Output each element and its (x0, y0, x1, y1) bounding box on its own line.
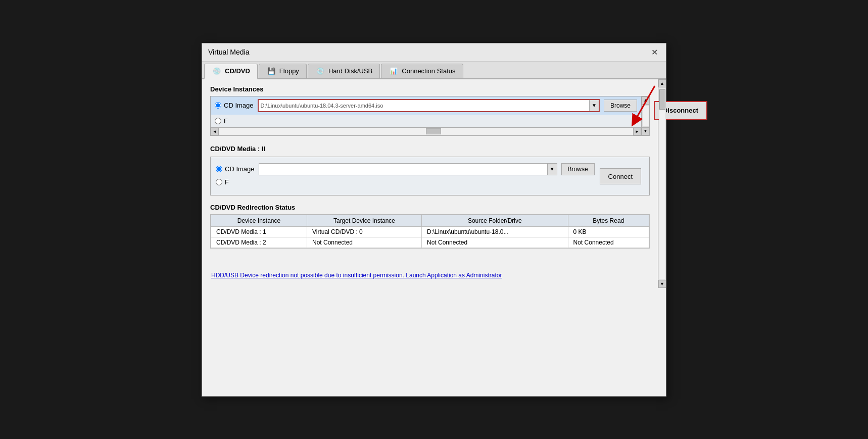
row1-device: CD/DVD Media : 1 (211, 226, 307, 237)
f-radio-label-1[interactable]: F (215, 117, 250, 125)
devices-scroll-down[interactable]: ▼ (642, 127, 650, 135)
cd-image-radio-2[interactable] (216, 166, 222, 172)
f-label-1: F (224, 117, 228, 125)
harddisk-icon: 💿 (315, 67, 325, 75)
col-bytes-read: Bytes Read (568, 215, 649, 226)
dialog-scrollbar: ▲ ▼ (658, 79, 666, 288)
browse-button-1[interactable]: Browse (604, 100, 637, 112)
browse-button-2[interactable]: Browse (561, 163, 595, 175)
connect-button[interactable]: Connect (600, 168, 641, 184)
tab-cddvd[interactable]: 💿 CD/DVD (204, 64, 258, 79)
col-target-device: Target Device Instance (307, 215, 421, 226)
media-row-1: CD Image ▼ Browse (216, 163, 595, 175)
dialog-title: Virtual Media (208, 48, 249, 56)
h-scroll-left-1[interactable]: ◄ (211, 127, 219, 135)
table-header-row: Device Instance Target Device Instance S… (211, 215, 649, 226)
path-input-container-1: ▼ (258, 99, 600, 112)
media-section-container: CD/DVD Media : II CD Image ▼ (210, 145, 650, 196)
tab-bar: 💿 CD/DVD 💾 Floppy 💿 Hard Disk/USB 📊 Conn… (202, 62, 666, 79)
table-row: CD/DVD Media : 2 Not Connected Not Conne… (211, 237, 649, 248)
tab-harddisk-label: Hard Disk/USB (328, 67, 372, 75)
tab-floppy[interactable]: 💾 Floppy (259, 64, 307, 78)
device-row-1: CD Image ▼ Browse (211, 96, 641, 115)
tab-harddisk[interactable]: 💿 Hard Disk/USB (308, 64, 380, 78)
row1-bytes: 0 KB (568, 226, 649, 237)
redirection-status-section: CD/DVD Redirection Status Device Instanc… (210, 204, 650, 269)
media-row-2: F (216, 178, 595, 186)
h-scroll-right-1[interactable]: ► (633, 127, 641, 135)
media-path-input-2[interactable] (259, 164, 547, 175)
table-row: CD/DVD Media : 1 Virtual CD/DVD : 0 D:\L… (211, 226, 649, 237)
row1-target: Virtual CD/DVD : 0 (307, 226, 421, 237)
empty-area (210, 254, 650, 269)
tab-floppy-label: Floppy (279, 67, 299, 75)
path-dropdown-arrow-1[interactable]: ▼ (589, 100, 599, 111)
devices-rows: CD Image ▼ Browse (211, 96, 641, 135)
dialog-scroll-up[interactable]: ▲ (658, 79, 666, 87)
h-scroll-track-1 (219, 128, 633, 135)
device-row-2: F (211, 115, 641, 127)
dialog-scroll-track (659, 88, 666, 279)
media-dropdown-arrow-2[interactable]: ▼ (547, 164, 557, 175)
devices-scrollbar: ▲ ▼ (641, 96, 649, 135)
row2-device: CD/DVD Media : 2 (211, 237, 307, 248)
tab-connstatus-label: Connection Status (402, 67, 455, 75)
title-bar: Virtual Media ✕ (202, 43, 666, 62)
bottom-note[interactable]: HDD/USB Device redirection not possible … (210, 269, 650, 282)
cd-image-label-1: CD Image (224, 102, 254, 109)
status-table: Device Instance Target Device Instance S… (211, 215, 649, 248)
row2-source: Not Connected (422, 237, 568, 248)
redirection-status-title: CD/DVD Redirection Status (210, 204, 650, 211)
dialog-body: Device Instances CD Image (202, 79, 666, 288)
cd-image-radio-1[interactable] (215, 102, 221, 109)
h-scroll-thumb-1 (426, 128, 441, 134)
dropdown-input-2: ▼ (259, 163, 557, 175)
row2-target: Not Connected (307, 237, 421, 248)
media-left: CD Image ▼ Browse F (216, 163, 595, 189)
dialog-scroll-down[interactable]: ▼ (658, 280, 666, 288)
f-radio-1[interactable] (215, 118, 221, 124)
connstatus-icon: 📊 (389, 67, 399, 75)
device-instances-container: CD Image ▼ Browse (210, 96, 650, 136)
f-radio-2[interactable] (216, 179, 222, 185)
devices-scroll-track (642, 105, 649, 127)
dialog-main: Device Instances CD Image (202, 79, 658, 288)
f-radio-label-2[interactable]: F (216, 178, 251, 186)
cd-image-radio-label-2[interactable]: CD Image (216, 165, 255, 173)
media-section: CD Image ▼ Browse F (210, 157, 650, 196)
f-label-2: F (225, 178, 229, 186)
status-table-container: Device Instance Target Device Instance S… (210, 214, 650, 249)
tab-connstatus[interactable]: 📊 Connection Status (381, 64, 463, 78)
media-section-title: CD/DVD Media : II (210, 145, 650, 153)
tab-cddvd-label: CD/DVD (225, 67, 250, 75)
floppy-icon: 💾 (266, 67, 276, 75)
path-input-1[interactable] (259, 100, 590, 111)
devices-scroll-up[interactable]: ▲ (642, 96, 650, 105)
cddvd-icon: 💿 (212, 67, 222, 75)
row1-source: D:\Linux\ubuntu\ubuntu-18.0... (422, 226, 568, 237)
row2-bytes: Not Connected (568, 237, 649, 248)
device-instances-box: CD Image ▼ Browse (210, 96, 650, 136)
horizontal-scrollbar-1: ◄ ► (211, 127, 641, 135)
dialog-scroll-thumb (659, 89, 665, 110)
device-instances-title: Device Instances (210, 85, 650, 93)
devices-inner: CD Image ▼ Browse (211, 96, 641, 135)
col-device-instance: Device Instance (211, 215, 307, 226)
cd-image-radio-label-1[interactable]: CD Image (215, 102, 254, 109)
virtual-media-dialog: Virtual Media ✕ 💿 CD/DVD 💾 Floppy 💿 Hard… (202, 43, 666, 397)
close-button[interactable]: ✕ (649, 47, 660, 57)
col-source-folder: Source Folder/Drive (422, 215, 568, 226)
cd-image-label-2: CD Image (225, 165, 255, 173)
